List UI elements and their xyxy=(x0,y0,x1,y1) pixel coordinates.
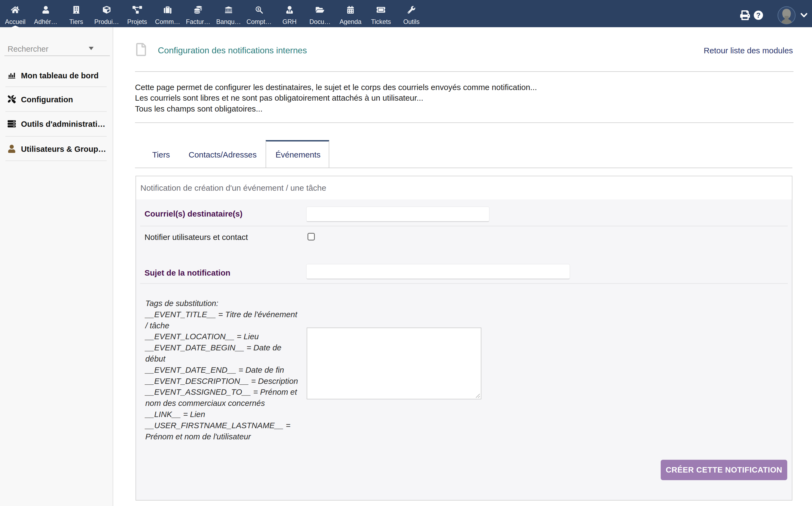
svg-text:$: $ xyxy=(257,7,259,11)
